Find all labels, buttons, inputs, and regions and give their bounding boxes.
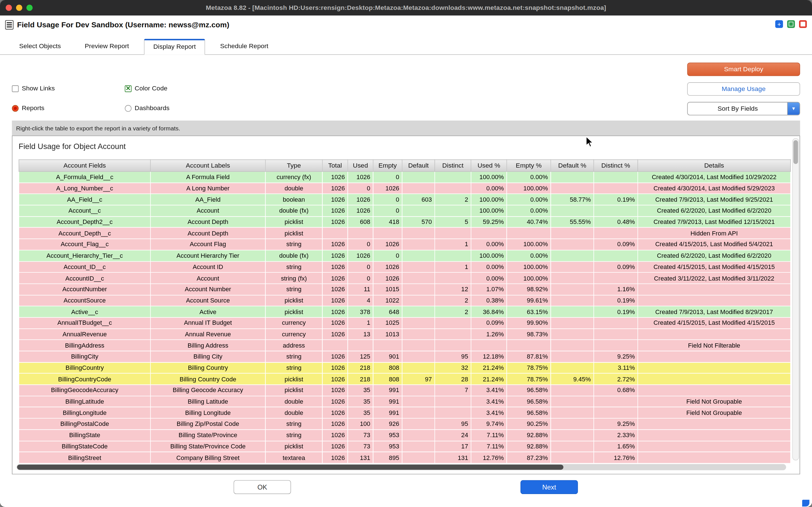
table-row[interactable]: Account_Flag__cAccount Flagstring1026010… — [19, 239, 791, 250]
tab-bar: Select Objects Preview Report Display Re… — [0, 34, 812, 55]
close-window-button[interactable] — [799, 20, 807, 28]
reports-radio[interactable] — [12, 105, 18, 112]
table-cell: A Formula Field — [151, 172, 266, 183]
sort-by-fields-dropdown[interactable]: Sort By Fields ▼ — [687, 102, 800, 115]
table-cell: 1026 — [322, 183, 348, 194]
dashboards-radio[interactable] — [125, 105, 132, 112]
tab-display-report[interactable]: Display Report — [144, 39, 205, 55]
table-row[interactable]: BillingLongitudeBilling Longitudedouble1… — [19, 407, 791, 418]
table-cell — [435, 340, 471, 351]
table-cell: currency — [265, 329, 322, 340]
table-cell: Created 6/2/2020, Last Modified 6/2/2020 — [638, 250, 791, 262]
table-cell: 100.00% — [471, 194, 507, 205]
table-cell — [594, 407, 638, 418]
table-cell: 9.74% — [471, 418, 507, 430]
column-header[interactable]: Account Labels — [151, 160, 266, 172]
vertical-scrollbar-thumb[interactable] — [794, 140, 798, 164]
column-header[interactable]: Default % — [551, 160, 594, 172]
table-cell: 40.74% — [507, 216, 551, 228]
table-row[interactable]: A_Formula_Field__cA Formula Fieldcurrenc… — [19, 172, 791, 183]
column-header[interactable]: Distinct — [435, 160, 471, 172]
column-header[interactable]: Distinct % — [594, 160, 638, 172]
column-header[interactable]: Default — [402, 160, 435, 172]
table-cell: 603 — [402, 194, 435, 205]
column-header[interactable]: Details — [638, 160, 791, 172]
next-button[interactable]: Next — [520, 480, 578, 494]
vertical-scrollbar[interactable] — [792, 138, 799, 460]
table-row[interactable]: Account_Depth2__cAccount Depthpicklist10… — [19, 216, 791, 228]
column-header[interactable]: Total — [322, 160, 348, 172]
zoom-button[interactable] — [27, 5, 33, 11]
table-cell: 1026 — [322, 172, 348, 183]
horizontal-scrollbar[interactable] — [17, 464, 786, 470]
table-row[interactable]: Account_ID__cAccount IDstring10260102610… — [19, 262, 791, 273]
report-table[interactable]: Account FieldsAccount LabelsTypeTotalUse… — [18, 159, 791, 464]
table-cell: 0.00% — [471, 183, 507, 194]
add-window-button[interactable]: + — [775, 20, 783, 28]
table-cell: 378 — [348, 306, 373, 318]
table-cell: Account Flag — [151, 239, 266, 250]
table-cell: 12 — [435, 284, 471, 295]
table-row[interactable]: BillingLatitudeBilling Latitudedouble102… — [19, 396, 791, 407]
table-row[interactable]: AccountNumberAccount Numberstring1026111… — [19, 284, 791, 295]
smart-deploy-button[interactable]: Smart Deploy — [687, 62, 800, 76]
table-row[interactable]: AccountID__cAccountstring (fx)1026010260… — [19, 272, 791, 284]
table-cell: Created 6/2/2020, Last Modified 6/2/2020 — [638, 205, 791, 216]
table-cell: BillingState — [19, 430, 151, 441]
table-row[interactable]: Account__cAccountdouble (fx)102610260100… — [19, 205, 791, 216]
table-row[interactable]: BillingGeocodeAccuracyBilling Geocode Ac… — [19, 385, 791, 396]
close-button[interactable] — [6, 5, 12, 11]
tab-preview-report[interactable]: Preview Report — [76, 39, 138, 54]
column-header[interactable]: Empty % — [507, 160, 551, 172]
traffic-lights — [6, 5, 33, 11]
table-row[interactable]: BillingAddressBilling AddressaddressFiel… — [19, 340, 791, 351]
table-cell: 9.25% — [594, 351, 638, 362]
table-row[interactable]: Account_Depth__cAccount DepthpicklistHid… — [19, 228, 791, 239]
table-cell: 100.00% — [507, 239, 551, 250]
table-cell: 0.09% — [594, 262, 638, 273]
column-header[interactable]: Used % — [471, 160, 507, 172]
table-row[interactable]: BillingStreetCompany Billing Streettexta… — [19, 452, 791, 463]
tab-select-objects[interactable]: Select Objects — [10, 39, 70, 54]
table-cell: 100.00% — [507, 262, 551, 273]
restore-window-button[interactable] — [787, 20, 795, 28]
table-row[interactable]: BillingCountryBilling Countrystring10262… — [19, 362, 791, 374]
table-row[interactable]: Account_Hierarchy_Tier__cAccount Hierarc… — [19, 250, 791, 262]
table-cell: Account__c — [19, 205, 151, 216]
column-header[interactable]: Used — [348, 160, 373, 172]
show-links-checkbox[interactable] — [12, 85, 18, 92]
table-row[interactable]: AccountSourceAccount Sourcepicklist10264… — [19, 295, 791, 306]
table-row[interactable]: BillingCityBilling Citystring10261259019… — [19, 351, 791, 362]
table-row[interactable]: A_Long_Number__cA Long Numberdouble10260… — [19, 183, 791, 194]
table-cell: address — [265, 340, 322, 351]
dialog-title: Field Usage For Dev Sandbox (Username: n… — [17, 20, 230, 29]
table-row[interactable]: BillingPostalCodeBilling Zip/Postal Code… — [19, 418, 791, 430]
table-cell: 953 — [373, 430, 402, 441]
table-cell — [322, 228, 348, 239]
table-cell: 131 — [348, 452, 373, 463]
table-row[interactable]: AnnualRevenueAnnual Revenuecurrency10261… — [19, 329, 791, 340]
tab-schedule-report[interactable]: Schedule Report — [211, 39, 277, 54]
table-cell: 991 — [373, 385, 402, 396]
table-row[interactable]: AnnualITBudget__cAnnual IT Budgetcurrenc… — [19, 318, 791, 329]
column-header[interactable]: Account Fields — [19, 160, 151, 172]
horizontal-scrollbar-thumb[interactable] — [17, 464, 564, 469]
table-row[interactable]: Active__cActivepicklist1026378648236.84%… — [19, 306, 791, 318]
table-row[interactable]: BillingStateBilling State/Provincestring… — [19, 430, 791, 441]
column-header[interactable]: Type — [265, 160, 322, 172]
table-cell: 1026 — [322, 351, 348, 362]
table-cell: Annual IT Budget — [151, 318, 266, 329]
table-cell: 7.11% — [471, 430, 507, 441]
color-code-checkbox[interactable] — [125, 85, 132, 92]
minimize-button[interactable] — [16, 5, 22, 11]
table-row[interactable]: AA_Field__cAA_Fieldboolean10261026060321… — [19, 194, 791, 205]
table-row[interactable]: BillingStateCodeBilling State/Province C… — [19, 441, 791, 452]
column-header[interactable]: Empty — [373, 160, 402, 172]
manage-usage-button[interactable]: Manage Usage — [687, 82, 800, 96]
ok-button[interactable]: OK — [234, 480, 291, 494]
table-cell: BillingCountryCode — [19, 374, 151, 385]
table-cell — [594, 396, 638, 407]
dashboards-label: Dashboards — [135, 105, 170, 112]
chevron-down-icon[interactable]: ▼ — [787, 103, 800, 115]
table-row[interactable]: BillingCountryCodeBilling Country Codepi… — [19, 374, 791, 385]
